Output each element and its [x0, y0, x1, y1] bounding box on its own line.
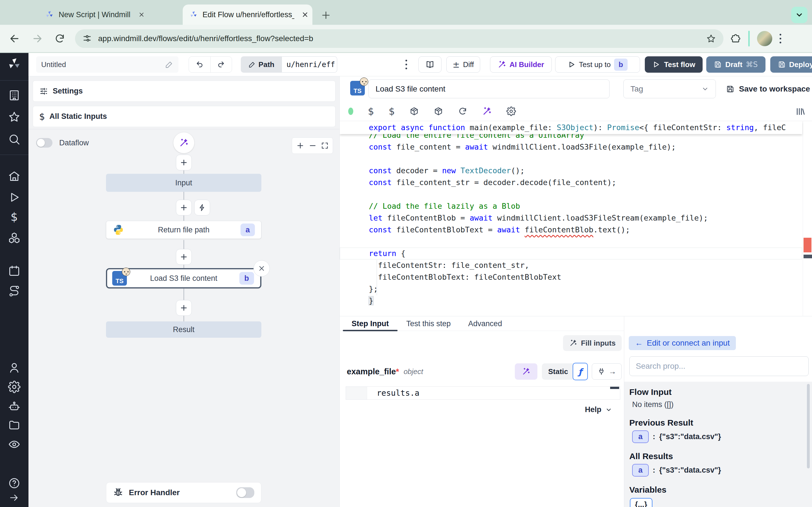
sidebar-item-routes-icon[interactable]: [8, 285, 20, 297]
edit-or-connect-button[interactable]: ← Edit or connect an input: [629, 336, 736, 350]
tab-step-input[interactable]: Step Input: [343, 316, 398, 331]
package-icon-2[interactable]: [434, 107, 443, 116]
add-step-button[interactable]: [176, 249, 192, 265]
save-draft-button[interactable]: Draft ⌘S: [706, 56, 765, 73]
expression-editor[interactable]: results.a: [346, 386, 620, 400]
sidebar-item-search-icon[interactable]: [8, 133, 20, 146]
ai-builder-button[interactable]: AI Builder: [490, 56, 552, 73]
tab-test-this-step[interactable]: Test this step: [398, 316, 460, 331]
add-step-button[interactable]: [176, 200, 192, 216]
search-prop-input[interactable]: [629, 356, 809, 376]
tab-search-chevron-icon[interactable]: [791, 7, 808, 23]
bookmark-star-icon[interactable]: [706, 34, 716, 44]
help-toggle[interactable]: Help: [585, 405, 612, 414]
sidebar-item-folders-icon[interactable]: [8, 419, 20, 432]
url-text[interactable]: app.windmill.dev/flows/edit/u/henri/effo…: [98, 34, 706, 43]
sidebar-item-resources-icon[interactable]: [8, 231, 20, 244]
result-value[interactable]: {"s3":"data.csv"}: [659, 466, 721, 474]
add-step-top-button[interactable]: [176, 155, 192, 170]
redo-button[interactable]: [210, 57, 232, 72]
fill-inputs-button[interactable]: Fill inputs: [563, 335, 622, 351]
forward-icon[interactable]: [29, 31, 45, 47]
extensions-puzzle-icon[interactable]: [730, 33, 741, 44]
pencil-icon[interactable]: [165, 60, 173, 69]
tab-advanced[interactable]: Advanced: [460, 316, 511, 331]
flow-input-node[interactable]: Input: [106, 174, 261, 192]
help-icon[interactable]: [8, 477, 20, 490]
browser-tab-new-script[interactable]: New Script | Windmill: [45, 4, 181, 25]
sidebar-item-favorites-icon[interactable]: [8, 111, 20, 123]
browser-tab-edit-flow[interactable]: Edit Flow u/henri/effortless_fl: [183, 4, 312, 25]
undo-button[interactable]: [189, 57, 210, 72]
sidebar-item-audit-logs-icon[interactable]: [8, 438, 20, 451]
tag-select[interactable]: Tag: [623, 79, 716, 98]
step-node-b-selected[interactable]: TS Load S3 file content b: [106, 268, 261, 288]
docs-button[interactable]: [418, 56, 442, 73]
add-trigger-bolt-button[interactable]: [194, 200, 210, 216]
path-value-field[interactable]: u/henri/eff: [282, 56, 337, 73]
variables-dollar-icon[interactable]: $: [389, 106, 395, 117]
test-up-to-button[interactable]: Test up to b: [555, 56, 640, 73]
step-node-a[interactable]: Return file path a: [106, 221, 261, 239]
site-settings-icon[interactable]: [82, 34, 92, 43]
javascript-expression-mode-button[interactable]: ƒ: [573, 363, 588, 380]
connect-input-button[interactable]: →: [592, 363, 622, 380]
script-settings-gear-icon[interactable]: [506, 107, 516, 116]
reload-script-icon[interactable]: [458, 107, 467, 116]
sidebar-item-variables-icon[interactable]: $: [8, 211, 20, 223]
flow-result-node[interactable]: Result: [106, 321, 261, 338]
more-options-kebab-icon[interactable]: [400, 56, 412, 73]
flow-settings-button[interactable]: Settings: [33, 80, 336, 102]
ai-fill-field-button[interactable]: [515, 363, 538, 380]
expression-value[interactable]: results.a: [367, 387, 620, 399]
flow-summary-field[interactable]: Untitled: [36, 56, 179, 73]
static-mode-toggle[interactable]: Static ƒ: [542, 363, 587, 380]
result-value[interactable]: {"s3":"data.csv"}: [659, 432, 721, 441]
profile-avatar[interactable]: [757, 31, 772, 46]
save-to-workspace-button[interactable]: Save to workspace: [726, 79, 810, 98]
result-key-badge[interactable]: a: [632, 464, 649, 476]
add-step-button[interactable]: [176, 300, 192, 316]
zoom-out-icon[interactable]: [308, 142, 317, 150]
ai-flow-wand-button[interactable]: [173, 132, 194, 153]
fit-view-icon[interactable]: [321, 142, 329, 150]
library-icon[interactable]: [795, 107, 805, 117]
scrollbar-handle[interactable]: [804, 255, 812, 258]
sidebar-item-schedules-icon[interactable]: [8, 265, 20, 277]
code-editor[interactable]: on export async function main(example_fi…: [340, 121, 812, 316]
windmill-logo-icon[interactable]: [7, 57, 21, 71]
remove-step-button[interactable]: [253, 260, 270, 277]
sidebar-item-workspace-icon[interactable]: [8, 89, 20, 102]
deploy-button[interactable]: Deploy: [770, 56, 812, 73]
browser-menu-kebab-icon[interactable]: [779, 33, 781, 45]
collapse-sidebar-arrow-icon[interactable]: [9, 492, 19, 503]
dataflow-toggle[interactable]: [36, 138, 52, 148]
result-key-badge[interactable]: a: [632, 431, 649, 443]
all-static-inputs-button[interactable]: $ All Static Inputs: [33, 106, 336, 127]
ai-wand-icon[interactable]: [482, 107, 492, 116]
previous-result-row[interactable]: a : {"s3":"data.csv"}: [632, 431, 812, 443]
diff-button[interactable]: ± Diff: [446, 56, 480, 73]
sidebar-item-home-icon[interactable]: [8, 170, 20, 182]
package-icon[interactable]: [409, 107, 419, 116]
error-handler-toggle[interactable]: [236, 487, 254, 498]
back-icon[interactable]: [7, 31, 22, 47]
test-flow-button[interactable]: Test flow: [645, 56, 703, 73]
zoom-in-icon[interactable]: [296, 142, 305, 150]
all-results-row[interactable]: a : {"s3":"data.csv"}: [632, 464, 812, 476]
path-edit-button[interactable]: Path: [241, 56, 282, 73]
scrollbar[interactable]: [807, 384, 810, 468]
variables-badge[interactable]: {...}: [630, 498, 652, 507]
sidebar-item-workers-icon[interactable]: [8, 400, 20, 413]
tab-close-icon[interactable]: [137, 10, 146, 19]
save-to-workspace-label: Save to workspace: [739, 84, 810, 94]
tab-close-icon[interactable]: [301, 10, 310, 19]
reload-icon[interactable]: [52, 31, 68, 47]
sidebar-item-settings-icon[interactable]: [8, 381, 20, 393]
omnibox[interactable]: app.windmill.dev/flows/edit/u/henri/effo…: [75, 29, 723, 48]
step-name-input[interactable]: [368, 79, 610, 98]
sidebar-item-users-icon[interactable]: [8, 361, 20, 374]
new-tab-button[interactable]: [320, 10, 332, 21]
sidebar-item-runs-icon[interactable]: [8, 191, 20, 204]
assets-dollar-icon[interactable]: $: [368, 106, 374, 117]
